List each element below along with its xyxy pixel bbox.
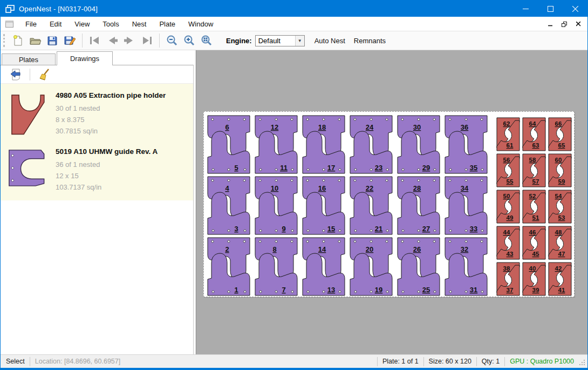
plate[interactable]: 6512111817242330293635431091615222128273… bbox=[203, 111, 575, 297]
nested-part-pair-purple[interactable]: 2221 bbox=[348, 176, 394, 236]
tab-plates[interactable]: Plates bbox=[2, 53, 56, 65]
resize-grip[interactable] bbox=[578, 359, 586, 366]
menu-item-view[interactable]: View bbox=[68, 17, 96, 31]
svg-text:29: 29 bbox=[422, 164, 430, 172]
svg-text:22: 22 bbox=[366, 184, 373, 192]
nested-part-pair-red[interactable]: 4847 bbox=[548, 225, 572, 260]
svg-text:56: 56 bbox=[503, 157, 510, 163]
nested-part-pair-purple[interactable]: 3029 bbox=[395, 115, 442, 174]
toolbar-grip[interactable] bbox=[3, 34, 5, 47]
svg-text:43: 43 bbox=[507, 251, 514, 257]
nested-part-pair-purple[interactable]: 65 bbox=[206, 115, 252, 174]
tab-drawings[interactable]: Drawings bbox=[57, 51, 113, 65]
nested-part-pair-purple[interactable]: 3635 bbox=[443, 115, 489, 174]
svg-text:32: 32 bbox=[461, 245, 468, 253]
mdi-restore-button[interactable] bbox=[558, 19, 570, 30]
nested-part-pair-red[interactable]: 6059 bbox=[548, 153, 572, 188]
nested-part-pair-purple[interactable]: 1817 bbox=[300, 115, 347, 174]
save-as-button[interactable] bbox=[61, 32, 78, 49]
last-plate-button[interactable] bbox=[138, 32, 155, 49]
auto-nest-button[interactable]: Auto Nest bbox=[310, 34, 350, 48]
nested-part-pair-red[interactable]: 5655 bbox=[496, 153, 521, 188]
nested-part-pair-purple[interactable]: 21 bbox=[206, 237, 252, 297]
drawings-toolbar bbox=[1, 65, 193, 84]
zoom-in-button[interactable] bbox=[181, 32, 198, 49]
svg-text:55: 55 bbox=[507, 178, 514, 185]
nested-part-pair-red[interactable]: 6463 bbox=[522, 117, 546, 152]
nested-part-pair-red[interactable]: 6665 bbox=[548, 117, 572, 152]
nested-part-pair-purple[interactable]: 3433 bbox=[443, 176, 489, 236]
mdi-close-button[interactable] bbox=[572, 19, 584, 30]
chevron-down-icon[interactable]: ▼ bbox=[295, 36, 304, 46]
drawing-nested-count: 36 of 1 nested bbox=[56, 159, 158, 170]
clear-drawings-button[interactable] bbox=[36, 66, 53, 83]
nested-part-pair-red[interactable]: 5049 bbox=[496, 189, 521, 224]
maximize-button[interactable] bbox=[538, 1, 563, 17]
svg-text:20: 20 bbox=[366, 245, 373, 253]
document-window-icon[interactable] bbox=[5, 21, 13, 28]
remnants-button[interactable]: Remnants bbox=[350, 34, 390, 48]
nested-part-pair-purple[interactable]: 2827 bbox=[395, 176, 442, 236]
menu-item-plate[interactable]: Plate bbox=[153, 17, 182, 31]
menu-item-tools[interactable]: Tools bbox=[96, 17, 125, 31]
arrow-left-icon bbox=[106, 36, 118, 45]
menu-item-file[interactable]: File bbox=[19, 17, 43, 31]
zoom-out-button[interactable] bbox=[163, 32, 181, 49]
svg-text:34: 34 bbox=[461, 184, 469, 192]
nested-part-pair-purple[interactable]: 43 bbox=[206, 176, 252, 236]
nested-part-pair-red[interactable]: 4241 bbox=[548, 261, 572, 297]
nested-part-pair-red[interactable]: 4645 bbox=[522, 225, 546, 260]
svg-text:1: 1 bbox=[234, 286, 238, 294]
open-file-button[interactable] bbox=[26, 32, 44, 49]
close-button[interactable] bbox=[563, 1, 587, 17]
nested-part-pair-purple[interactable]: 2423 bbox=[348, 115, 394, 174]
svg-text:64: 64 bbox=[529, 120, 536, 127]
zoom-fit-button[interactable] bbox=[198, 32, 215, 49]
svg-text:65: 65 bbox=[558, 142, 565, 149]
menu-item-edit[interactable]: Edit bbox=[43, 17, 68, 31]
drawing-item[interactable]: 5019 A10 UHMW guide Rev. A 36 of 1 neste… bbox=[1, 142, 193, 197]
svg-text:17: 17 bbox=[327, 164, 335, 172]
nested-part-pair-red[interactable]: 5857 bbox=[522, 153, 546, 188]
nested-part-pair-purple[interactable]: 1413 bbox=[300, 237, 347, 297]
drawing-list: 4980 A05 Extraction pipe holder 30 of 1 … bbox=[1, 84, 193, 200]
next-plate-button[interactable] bbox=[121, 32, 138, 49]
nested-part-pair-red[interactable]: 3837 bbox=[496, 261, 521, 297]
menu-item-window[interactable]: Window bbox=[182, 17, 220, 31]
status-location: Location: [84.8696, 60.6957] bbox=[35, 358, 120, 365]
nested-part-pair-purple[interactable]: 2625 bbox=[395, 237, 442, 297]
previous-plate-button[interactable] bbox=[104, 32, 121, 49]
nested-part-pair-red[interactable]: 4039 bbox=[522, 261, 546, 297]
drawing-item[interactable]: 4980 A05 Extraction pipe holder 30 of 1 … bbox=[1, 86, 193, 142]
svg-text:6: 6 bbox=[225, 123, 229, 131]
nested-part-pair-red[interactable]: 4443 bbox=[496, 225, 521, 260]
nested-part-pair-purple[interactable]: 87 bbox=[253, 237, 299, 297]
status-bar: Select Location: [84.8696, 60.6957] Plat… bbox=[1, 354, 587, 368]
first-plate-button[interactable] bbox=[86, 32, 104, 49]
nested-part-pair-purple[interactable]: 3231 bbox=[443, 237, 489, 297]
nested-part-pair-red[interactable]: 6261 bbox=[496, 117, 521, 152]
svg-text:39: 39 bbox=[532, 287, 539, 293]
title-bar: OpenNest - [N0317-004] bbox=[1, 1, 587, 17]
svg-text:8: 8 bbox=[272, 245, 276, 253]
minimize-button[interactable] bbox=[513, 1, 538, 17]
svg-text:30: 30 bbox=[413, 123, 421, 131]
nested-part-pair-purple[interactable]: 1615 bbox=[300, 176, 347, 236]
nested-part-pair-red[interactable]: 5251 bbox=[522, 189, 546, 224]
svg-text:35: 35 bbox=[470, 164, 477, 172]
nested-part-pair-purple[interactable]: 1211 bbox=[253, 115, 299, 174]
svg-text:5: 5 bbox=[234, 164, 238, 172]
nested-part-pair-purple[interactable]: 109 bbox=[253, 176, 299, 236]
new-file-button[interactable] bbox=[9, 32, 26, 49]
mdi-minimize-button[interactable] bbox=[544, 19, 556, 30]
nested-part-pair-purple[interactable]: 2019 bbox=[348, 237, 394, 297]
import-drawing-button[interactable] bbox=[7, 66, 24, 83]
engine-select[interactable]: Default ▼ bbox=[255, 35, 305, 46]
svg-text:47: 47 bbox=[558, 251, 565, 257]
svg-text:54: 54 bbox=[555, 193, 562, 199]
svg-text:59: 59 bbox=[558, 178, 565, 185]
nest-canvas[interactable]: 6512111817242330293635431091615222128273… bbox=[196, 50, 588, 356]
nested-part-pair-red[interactable]: 5453 bbox=[548, 189, 572, 224]
menu-item-nest[interactable]: Nest bbox=[126, 17, 153, 31]
save-button[interactable] bbox=[44, 32, 61, 49]
